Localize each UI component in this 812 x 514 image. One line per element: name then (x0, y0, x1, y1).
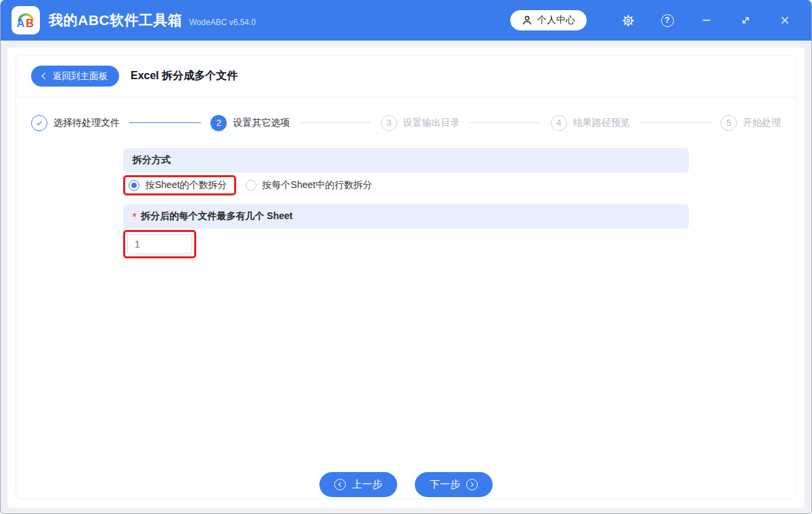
back-to-main-button[interactable]: 返回到主面板 (31, 66, 119, 87)
radio-by-rows-label: 按每个Sheet中的行数拆分 (263, 179, 373, 191)
step-2-options: 2 设置其它选项 (210, 115, 290, 131)
chevron-left-icon (42, 73, 49, 80)
chevron-right-icon (469, 482, 474, 487)
titlebar: A B 我的ABC软件工具箱 WodeABC v6.54.0 个人中心 (1, 0, 811, 41)
sheet-limit-input-row (123, 230, 689, 258)
minimize-button[interactable] (699, 13, 714, 28)
step-connector (470, 122, 541, 124)
step-2-circle: 2 (210, 115, 227, 131)
app-title: 我的ABC软件工具箱 (49, 11, 183, 30)
step-4-circle: 4 (551, 115, 567, 131)
page-title: Excel 拆分成多个文件 (131, 69, 238, 83)
annotation-box-radio: 按Sheet的个数拆分 (123, 175, 236, 195)
arrow-right-circle-icon (466, 479, 478, 490)
minimize-icon (700, 14, 713, 27)
app-window: A B 我的ABC软件工具箱 WodeABC v6.54.0 个人中心 (0, 0, 812, 514)
help-button[interactable]: ? (660, 13, 675, 28)
radio-unselected-icon (246, 180, 256, 191)
step-3-circle: 3 (381, 115, 397, 131)
chevron-left-icon (338, 482, 343, 487)
step-connector (639, 122, 711, 124)
expand-icon (739, 14, 752, 27)
sheet-limit-title: 拆分后的每个文件最多有几个 Sheet (141, 210, 292, 223)
maximize-button[interactable] (738, 13, 753, 28)
radio-selected-icon (129, 180, 139, 191)
step-4-result-preview: 4 结果路径预览 (551, 115, 630, 131)
split-mode-radio-group: 按Sheet的个数拆分 按每个Sheet中的行数拆分 (123, 175, 689, 195)
step-1-label: 选择待处理文件 (53, 117, 120, 129)
step-3-label: 设置输出目录 (403, 117, 460, 129)
radio-by-rows[interactable]: 按每个Sheet中的行数拆分 (246, 179, 373, 191)
step-1-select-files: 选择待处理文件 (31, 115, 120, 131)
step-connector (299, 122, 371, 124)
previous-step-label: 上一步 (352, 478, 382, 491)
required-asterisk: * (133, 211, 136, 222)
person-icon (522, 15, 533, 26)
user-center-button[interactable]: 个人中心 (510, 10, 587, 30)
sheet-limit-section-header: * 拆分后的每个文件最多有几个 Sheet (123, 204, 689, 229)
step-2-label: 设置其它选项 (233, 117, 290, 129)
check-icon (35, 118, 44, 128)
card-header: 返回到主面板 Excel 拆分成多个文件 (16, 55, 796, 97)
step-3-output-dir: 3 设置输出目录 (381, 115, 460, 131)
svg-text:A: A (17, 17, 25, 29)
next-step-button[interactable]: 下一步 (415, 472, 493, 497)
app-logo-icon: A B (12, 6, 40, 34)
step-4-label: 结果路径预览 (573, 117, 630, 129)
arrow-left-circle-icon (334, 479, 346, 490)
titlebar-actions: 个人中心 (510, 10, 792, 30)
close-icon (778, 14, 792, 27)
step-5-label: 开始处理 (743, 117, 781, 129)
app-version: WodeABC v6.54.0 (189, 18, 256, 27)
step-connector (129, 122, 201, 124)
annotation-box-input (123, 230, 196, 258)
step-5-start: 5 开始处理 (721, 115, 781, 131)
previous-step-button[interactable]: 上一步 (319, 472, 397, 497)
sheet-limit-input[interactable] (127, 234, 192, 254)
form-content: 拆分方式 按Sheet的个数拆分 按每个Sheet中的行数拆分 (123, 148, 689, 472)
split-mode-title: 拆分方式 (133, 154, 171, 166)
back-button-label: 返回到主面板 (53, 70, 108, 83)
step-5-circle: 5 (721, 115, 737, 131)
wizard-footer: 上一步 下一步 (16, 472, 796, 498)
split-mode-section-header: 拆分方式 (123, 148, 689, 172)
close-button[interactable] (777, 13, 792, 28)
step-indicator: 选择待处理文件 2 设置其它选项 3 设置输出目录 4 结果路径预览 (16, 97, 796, 148)
wizard-card: 返回到主面板 Excel 拆分成多个文件 选择待处理文件 2 设 (16, 55, 796, 499)
radio-by-sheet-count[interactable]: 按Sheet的个数拆分 (129, 179, 227, 191)
gear-icon (621, 14, 635, 28)
page-panel: 返回到主面板 Excel 拆分成多个文件 选择待处理文件 2 设 (7, 47, 805, 508)
next-step-label: 下一步 (430, 478, 460, 491)
help-icon: ? (661, 14, 674, 27)
svg-text:B: B (26, 17, 34, 29)
settings-button[interactable] (621, 13, 635, 28)
user-center-label: 个人中心 (537, 14, 575, 26)
step-1-circle (31, 115, 47, 131)
radio-by-sheet-count-label: 按Sheet的个数拆分 (145, 179, 227, 191)
